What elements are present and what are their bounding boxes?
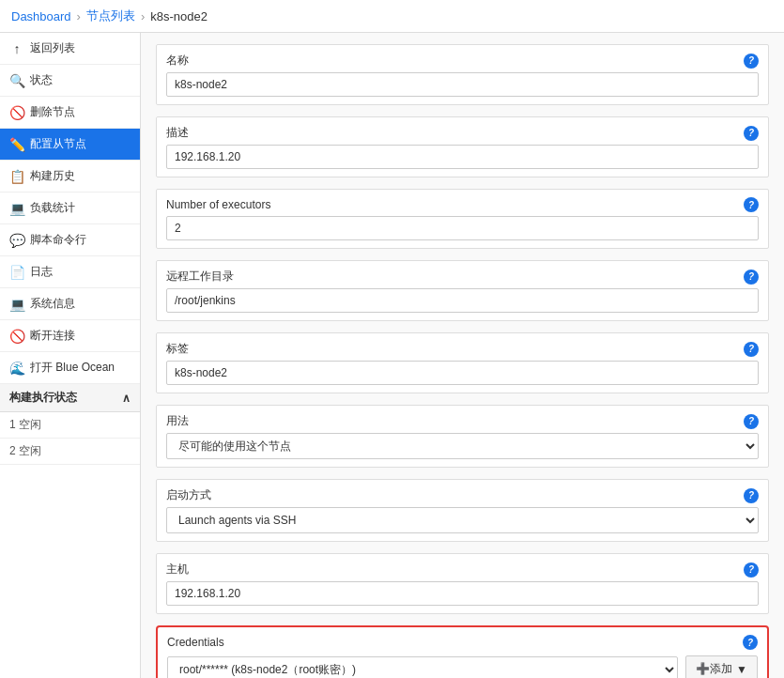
- launch-label: 启动方式: [166, 487, 211, 503]
- blueocean-icon: 🌊: [9, 361, 24, 376]
- script-icon: 💬: [9, 233, 24, 248]
- executor-2: 2 空闲: [0, 439, 140, 465]
- labels-input[interactable]: [166, 361, 759, 385]
- labels-help-icon[interactable]: ?: [744, 342, 759, 357]
- sidebar-item-label-config: 配置从节点: [30, 136, 86, 152]
- sidebar-item-label-disconnect: 断开连接: [30, 328, 75, 344]
- host-label: 主机: [166, 562, 189, 578]
- remote-dir-input[interactable]: [166, 288, 759, 313]
- remote-dir-label: 远程工作目录: [166, 269, 234, 285]
- name-input[interactable]: [166, 72, 759, 97]
- host-input[interactable]: [166, 581, 759, 606]
- add-arrow-icon: ▼: [736, 663, 747, 676]
- build-executor-section: 构建执行状态 ∧: [0, 384, 140, 412]
- sidebar-item-label-delete: 删除节点: [30, 104, 75, 120]
- sidebar: ↑ 返回列表 🔍 状态 🚫 删除节点 ✏️ 配置从节点 📋 构建历史 💻 负载统…: [0, 33, 141, 678]
- launch-help-icon[interactable]: ?: [744, 488, 759, 503]
- sidebar-item-script[interactable]: 💬 脚本命令行: [0, 224, 140, 256]
- sidebar-item-build-history[interactable]: 📋 构建历史: [0, 161, 140, 193]
- sidebar-item-label-sysinfo: 系统信息: [30, 296, 75, 312]
- breadcrumb-sep2: ›: [141, 9, 145, 23]
- labels-label: 标签: [166, 341, 189, 357]
- usage-help-icon[interactable]: ?: [744, 414, 759, 429]
- content-area: 名称 ? 描述 ? Number of executors ? 远程工作目录: [141, 33, 784, 678]
- sidebar-item-blueocean[interactable]: 🌊 打开 Blue Ocean: [0, 352, 140, 384]
- stats-icon: 💻: [9, 201, 24, 216]
- desc-label: 描述: [166, 125, 189, 141]
- remote-dir-help-icon[interactable]: ?: [744, 270, 759, 285]
- sidebar-item-label-load-stats: 负载统计: [30, 200, 75, 216]
- remote-dir-field-group: 远程工作目录 ?: [156, 260, 769, 321]
- executors-input[interactable]: [166, 216, 759, 240]
- history-icon: 📋: [9, 169, 24, 184]
- sidebar-item-delete[interactable]: 🚫 删除节点: [0, 97, 140, 129]
- disconnect-icon: 🚫: [9, 329, 24, 344]
- back-icon: ↑: [9, 41, 24, 56]
- add-label: ➕添加: [696, 661, 732, 677]
- executors-help-icon[interactable]: ?: [744, 197, 759, 212]
- breadcrumb-nodelist[interactable]: 节点列表: [86, 8, 135, 24]
- usage-select[interactable]: 尽可能的使用这个节点: [166, 433, 759, 459]
- delete-icon: 🚫: [9, 105, 24, 120]
- sysinfo-icon: 💻: [9, 297, 24, 312]
- breadcrumb-sep1: ›: [77, 9, 81, 23]
- sidebar-item-label-build-history: 构建历史: [30, 168, 75, 184]
- search-icon: 🔍: [9, 73, 24, 88]
- sidebar-item-label-blueocean: 打开 Blue Ocean: [30, 360, 115, 376]
- name-help-icon[interactable]: ?: [744, 54, 759, 69]
- log-icon: 📄: [9, 265, 24, 280]
- labels-field-group: 标签 ?: [156, 332, 769, 393]
- sidebar-item-load-stats[interactable]: 💻 负载统计: [0, 193, 140, 224]
- launch-field-group: 启动方式 ? Launch agents via SSH: [156, 479, 769, 542]
- executor-1: 1 空闲: [0, 412, 140, 439]
- usage-field-group: 用法 ? 尽可能的使用这个节点: [156, 405, 769, 468]
- sidebar-item-back[interactable]: ↑ 返回列表: [0, 33, 140, 65]
- breadcrumb: Dashboard › 节点列表 › k8s-node2: [0, 0, 784, 33]
- host-help-icon[interactable]: ?: [744, 562, 759, 578]
- sidebar-item-config[interactable]: ✏️ 配置从节点: [0, 129, 140, 161]
- name-field-group: 名称 ?: [156, 44, 769, 105]
- build-executor-title: 构建执行状态: [9, 390, 77, 406]
- credentials-label: Credentials: [167, 636, 224, 649]
- sidebar-item-sysinfo[interactable]: 💻 系统信息: [0, 288, 140, 320]
- credentials-help-icon[interactable]: ?: [743, 635, 758, 650]
- sidebar-item-label-log: 日志: [30, 264, 53, 280]
- launch-select[interactable]: Launch agents via SSH: [166, 507, 759, 533]
- desc-help-icon[interactable]: ?: [744, 126, 759, 141]
- breadcrumb-current: k8s-node2: [150, 9, 208, 23]
- desc-field-group: 描述 ?: [156, 116, 769, 177]
- credentials-box: Credentials ? root/****** (k8s-node2（roo…: [156, 625, 769, 678]
- sidebar-item-label-status: 状态: [30, 72, 53, 88]
- name-label: 名称: [166, 53, 189, 69]
- host-field-group: 主机 ?: [156, 553, 769, 614]
- breadcrumb-dashboard[interactable]: Dashboard: [11, 9, 71, 23]
- executors-field-group: Number of executors ?: [156, 189, 769, 249]
- sidebar-item-log[interactable]: 📄 日志: [0, 256, 140, 288]
- add-credentials-button[interactable]: ➕添加 ▼: [685, 655, 758, 678]
- credentials-select[interactable]: root/****** (k8s-node2（root账密）): [167, 656, 678, 679]
- sidebar-item-label-script: 脚本命令行: [30, 232, 86, 248]
- desc-input[interactable]: [166, 145, 759, 169]
- sidebar-item-label-back: 返回列表: [30, 40, 75, 56]
- sidebar-item-disconnect[interactable]: 🚫 断开连接: [0, 320, 140, 352]
- collapse-icon[interactable]: ∧: [122, 392, 131, 405]
- executors-label: Number of executors: [166, 198, 270, 211]
- sidebar-item-status[interactable]: 🔍 状态: [0, 65, 140, 97]
- usage-label: 用法: [166, 413, 189, 429]
- config-icon: ✏️: [9, 137, 24, 152]
